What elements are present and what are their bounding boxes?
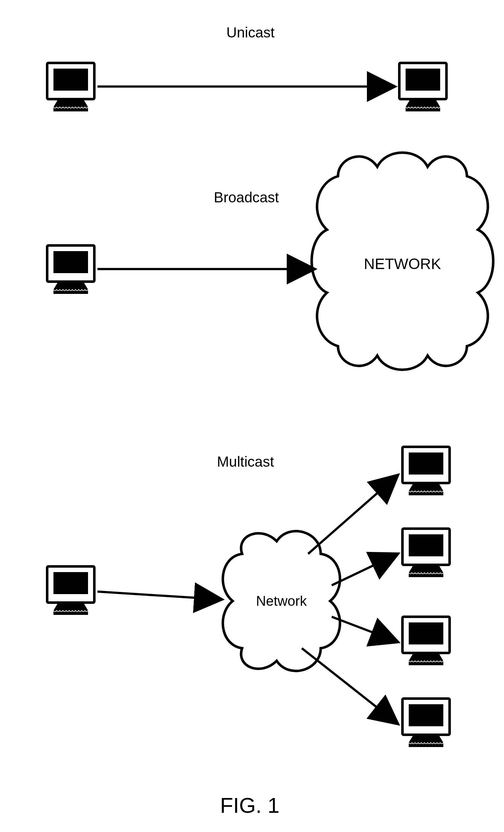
multicast-arrow-out-4	[302, 648, 398, 724]
multicast-arrow-out-2	[332, 554, 398, 585]
computer-icon	[402, 617, 450, 665]
diagram-svg: NETWORK Network	[0, 0, 504, 832]
figure-page: Unicast Broadcast Multicast FIG. 1	[0, 0, 504, 832]
computer-icon	[399, 63, 446, 111]
multicast-arrow-in	[97, 592, 222, 599]
computer-icon	[402, 447, 450, 495]
computer-icon	[47, 245, 94, 294]
multicast-group: Network	[47, 447, 450, 747]
multicast-arrow-out-1	[308, 475, 398, 554]
broadcast-group: NETWORK	[47, 153, 493, 370]
computer-icon	[402, 529, 450, 577]
computer-icon	[402, 699, 450, 747]
network-cloud-small-label: Network	[256, 593, 307, 608]
network-cloud-large-label: NETWORK	[364, 256, 441, 272]
multicast-arrow-out-3	[332, 617, 398, 642]
unicast-group	[47, 63, 446, 111]
computer-icon	[47, 566, 94, 615]
computer-icon	[47, 63, 94, 111]
